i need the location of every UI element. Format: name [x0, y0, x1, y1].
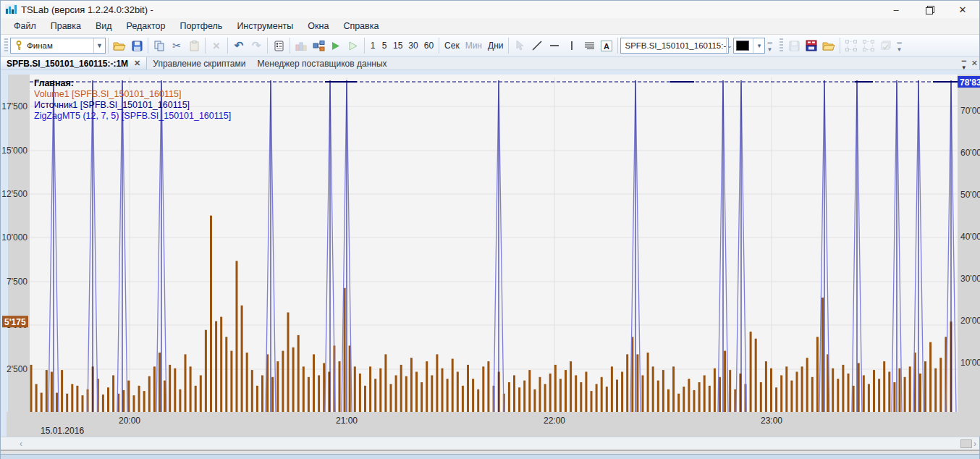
svg-text:30'000: 30'000: [960, 274, 980, 284]
minimize-button[interactable]: –: [879, 1, 913, 18]
paste-icon: [190, 41, 199, 51]
menu-item-справка[interactable]: Справка: [336, 19, 386, 33]
timeframe-button-30[interactable]: 30: [405, 39, 421, 52]
save-all-button[interactable]: [803, 37, 820, 54]
menu-item-окна[interactable]: Окна: [300, 19, 336, 33]
menu-item-вид[interactable]: Вид: [88, 19, 119, 33]
svg-text:5'175: 5'175: [4, 317, 26, 327]
svg-text:10'000: 10'000: [1, 232, 28, 243]
data-source-combo[interactable]: Финам ▼: [10, 38, 106, 54]
chart-view-button[interactable]: [292, 37, 310, 54]
selection-ungroup-icon: [863, 40, 874, 51]
tab-2[interactable]: Менеджер поставщиков данных: [251, 57, 392, 70]
tab-0[interactable]: SPFB.SI_150101_160115:-:1M✕: [1, 57, 147, 70]
save-workspace-button[interactable]: [785, 37, 803, 54]
save-button[interactable]: [128, 37, 145, 54]
chart-hscrollbar: ‹ ›: [1, 437, 979, 450]
apply-layers-button[interactable]: [877, 37, 895, 54]
svg-text:78'830: 78'830: [960, 77, 980, 88]
tab-close-button[interactable]: ✕: [134, 59, 140, 68]
svg-text:17'500: 17'500: [1, 101, 28, 111]
svg-text:70'000: 70'000: [960, 106, 980, 116]
toolbar-overflow-icon[interactable]: ▔▼: [765, 38, 774, 54]
script-editor-button[interactable]: [310, 37, 327, 54]
svg-text:ZigZagMT5 (12, 7, 5) [SPFB.SI_: ZigZagMT5 (12, 7, 5) [SPFB.SI_150101_160…: [34, 111, 231, 121]
document-tab-bar: SPFB.SI_150101_160115:-:1M✕Управление ск…: [1, 57, 979, 70]
unit-button-Дни[interactable]: Дни: [485, 39, 506, 52]
script-properties-button[interactable]: [270, 37, 287, 54]
svg-text:20:00: 20:00: [119, 416, 140, 426]
chart-canvas[interactable]: 2'5005'0007'50010'00012'50015'00017'5005…: [1, 70, 980, 437]
tab-label: SPFB.SI_150101_160115:-:1M: [7, 59, 128, 69]
timeframe-button-5[interactable]: 5: [379, 39, 390, 52]
timeframe-button-1[interactable]: 1: [367, 39, 379, 52]
restore-icon: [926, 6, 933, 13]
copy-button[interactable]: [151, 37, 168, 54]
ungroup-button[interactable]: [860, 37, 877, 54]
timeframe-button-60[interactable]: 60: [421, 39, 436, 52]
run-step-button[interactable]: [345, 37, 362, 54]
text-tool-button[interactable]: A: [598, 37, 615, 54]
toolbar2-overflow-icon[interactable]: ▔▼: [895, 38, 903, 54]
vline-tool-button[interactable]: [563, 37, 580, 54]
timeframe-button-15[interactable]: 15: [390, 39, 405, 52]
selection-group-icon: [845, 40, 857, 51]
save-gray-icon: [789, 41, 800, 51]
svg-text:2'500: 2'500: [7, 364, 28, 374]
tab-list-dropdown-icon[interactable]: ▔▼: [960, 56, 968, 72]
app-logo-icon: [5, 4, 17, 14]
pointer-tool-button[interactable]: [511, 37, 528, 54]
tab-1[interactable]: Управление скриптами: [147, 57, 251, 70]
cursor-icon: [516, 41, 524, 51]
svg-text:Volume1 [SPFB.SI_150101_160115: Volume1 [SPFB.SI_150101_160115]: [34, 89, 181, 99]
group-button[interactable]: [842, 37, 860, 54]
svg-text:10'000: 10'000: [960, 358, 980, 368]
color-picker-combo[interactable]: ▾: [733, 38, 765, 54]
restore-button[interactable]: [913, 1, 946, 18]
toolbar-grip[interactable]: [4, 38, 8, 53]
svg-text:20'000: 20'000: [960, 316, 980, 326]
cut-button[interactable]: ✂: [168, 37, 185, 54]
chart-panel: 2'5005'0007'50010'00012'50015'00017'5005…: [1, 70, 980, 437]
toolbar-grip-2[interactable]: [780, 38, 783, 53]
open-script-button[interactable]: [111, 37, 128, 54]
trendline-tool-button[interactable]: [528, 37, 546, 54]
open-workspace-button[interactable]: [820, 37, 837, 54]
levels-tool-button[interactable]: [580, 37, 598, 54]
menu-item-инструменты[interactable]: Инструменты: [229, 19, 300, 33]
svg-text:A: A: [604, 41, 609, 50]
title-bar: TSLab (версия 1.2.24.0:32bit) - – ✕: [1, 1, 979, 18]
instrument-combo[interactable]: SPFB.SI_150101_160115:- ⌄: [620, 38, 729, 54]
svg-text:60'000: 60'000: [960, 148, 980, 158]
text-a-icon: A: [601, 41, 612, 51]
close-button[interactable]: ✕: [946, 1, 979, 18]
instrument-value: SPFB.SI_150101_160115:-: [625, 41, 726, 50]
redo-button[interactable]: ↷: [248, 37, 265, 54]
data-source-dropdown-arrow[interactable]: ▼: [93, 38, 105, 53]
menu-item-портфель[interactable]: Портфель: [172, 19, 229, 33]
menu-item-правка[interactable]: Правка: [43, 19, 88, 33]
delete-button[interactable]: ✕: [208, 37, 225, 54]
folder-open-icon-2: [822, 41, 835, 51]
undo-icon: ↶: [235, 39, 244, 52]
instrument-dropdown-arrow[interactable]: ⌄: [726, 38, 732, 53]
menu-item-редактор[interactable]: Редактор: [119, 19, 173, 33]
tab-label: Менеджер поставщиков данных: [257, 59, 386, 69]
color-dropdown-arrow[interactable]: ▾: [753, 38, 764, 53]
toolbar: Финам ▼ ✂: [1, 35, 979, 57]
svg-text:22:00: 22:00: [544, 416, 565, 426]
save-icon: [132, 41, 143, 51]
scroll-left-arrow[interactable]: ‹: [15, 438, 27, 450]
unit-button-Сек[interactable]: Сек: [442, 39, 462, 52]
undo-button[interactable]: ↶: [230, 37, 248, 54]
run-button[interactable]: [327, 37, 345, 54]
unit-button-Мин[interactable]: Мин: [462, 39, 485, 52]
hline-tool-button[interactable]: [546, 37, 563, 54]
horizontal-line-icon: [549, 41, 559, 51]
tab-close-icon[interactable]: ✕: [971, 59, 978, 68]
paste-button[interactable]: [185, 37, 203, 54]
svg-text:15'000: 15'000: [1, 146, 28, 156]
vertical-line-icon: [567, 41, 577, 51]
menu-item-файл[interactable]: Файл: [7, 19, 43, 33]
scroll-right-arrow[interactable]: ›: [969, 438, 980, 450]
